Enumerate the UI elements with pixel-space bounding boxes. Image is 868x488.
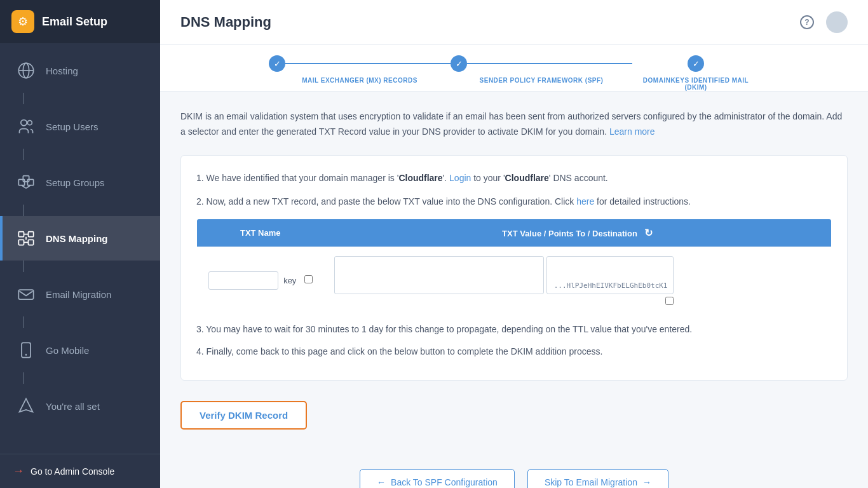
skip-to-email-migration-button[interactable]: Skip To Email Migration → [527,469,668,488]
description-text: DKIM is an email validation system that … [180,109,848,140]
header-actions: ? [797,11,848,33]
help-button[interactable]: ? [797,12,817,32]
svg-rect-11 [29,232,34,237]
dns-table: TXT Name TXT Value / Points To / Destina… [196,219,832,315]
sidebar-item-setup-groups[interactable]: Setup Groups [0,160,160,205]
sidebar-item-label-setup-groups: Setup Groups [46,177,105,188]
setup-groups-icon [15,172,37,193]
sidebar-item-label-youre-all-set: You're all set [46,401,100,412]
sidebar-item-label-email-migration: Email Migration [46,289,111,300]
back-arrow-icon: ← [377,477,386,487]
svg-rect-13 [29,240,34,245]
table-row: key ...HlPJeHhEIVKFbELGhEb0tcK1 [197,247,832,315]
email-migration-icon [15,283,37,305]
sidebar-item-label-hosting: Hosting [46,65,78,76]
step-dkim: ✓ DOMAINKEYS IDENTIFIED MAIL (DKIM) [632,55,759,91]
step-note-3: 3. You may have to wait for 30 minutes t… [196,322,832,336]
txt-name-input[interactable] [208,271,278,290]
here-link[interactable]: here [576,196,594,207]
step-dot-mx: ✓ [269,55,285,72]
back-to-spf-button[interactable]: ← Back To SPF Configuration [360,469,515,488]
admin-console-link[interactable]: → Go to Admin Console [0,454,160,488]
step-connector-mx-spf [285,63,451,64]
sidebar-item-label-setup-users: Setup Users [46,121,98,132]
dns-mapping-icon [15,227,37,249]
txt-value-cell: ...HlPJeHhEIVKFbELGhEb0tcK1 [324,247,832,315]
login-link[interactable]: Login [449,173,471,183]
info-step-1: 1. We have identified that your domain m… [196,171,832,186]
app-icon: ⚙ [11,10,34,33]
txt-value-content: ...HlPJeHhEIVKFbELGhEb0tcK1 [334,256,822,305]
step-note-4: 4. Finally, come back to this page and c… [196,344,832,358]
sidebar-item-setup-users[interactable]: Setup Users [0,104,160,149]
go-mobile-icon [15,339,37,361]
sidebar: ⚙ Email Setup Hosting [0,0,160,488]
step-label-mx: MAIL EXCHANGER (MX) RECORDS [302,77,417,84]
step-label-dkim: DOMAINKEYS IDENTIFIED MAIL (DKIM) [632,77,759,91]
sidebar-item-hosting[interactable]: Hosting [0,48,160,93]
main-header: DNS Mapping ? [160,0,868,45]
sidebar-item-go-mobile[interactable]: Go Mobile [0,328,160,372]
sidebar-item-label-go-mobile: Go Mobile [46,345,89,356]
step-label-spf: SENDER POLICY FRAMEWORK (SPF) [480,77,604,84]
step-mx: ✓ MAIL EXCHANGER (MX) RECORDS [269,55,451,84]
step-connector-spf-dkim [467,63,632,64]
forward-arrow-icon: → [642,477,651,487]
learn-more-link[interactable]: Learn more [609,126,655,137]
col-txt-name: TXT Name [197,219,324,247]
sidebar-item-email-migration[interactable]: Email Migration [0,272,160,316]
refresh-icon[interactable]: ↻ [644,227,653,238]
txt-value-input[interactable] [334,256,544,294]
svg-rect-10 [18,232,24,237]
txt-name-copy-checkbox[interactable] [304,275,313,283]
page-title: DNS Mapping [180,14,271,30]
content-area: DKIM is an email validation system that … [160,92,868,458]
sidebar-item-dns-mapping[interactable]: DNS Mapping [0,216,160,261]
admin-console-icon: → [13,464,24,478]
step-spf: ✓ SENDER POLICY FRAMEWORK (SPF) [451,55,632,84]
youre-all-set-icon [15,395,37,417]
hosting-icon [15,60,37,81]
admin-console-label: Go to Admin Console [31,466,114,477]
svg-point-4 [27,121,32,125]
sidebar-header: ⚙ Email Setup [0,0,160,43]
app-title: Email Setup [42,15,107,29]
sidebar-item-label-dns-mapping: DNS Mapping [46,233,108,244]
txt-value-copy-checkbox[interactable] [665,297,674,305]
step-dot-dkim: ✓ [688,55,704,72]
back-to-spf-label: Back To SPF Configuration [391,477,498,487]
svg-rect-17 [18,290,33,299]
svg-marker-20 [20,398,33,412]
steps-progress: ✓ MAIL EXCHANGER (MX) RECORDS ✓ SENDER P… [160,45,868,92]
main-content: DNS Mapping ? ✓ MAIL EXCHANGER (MX) RECO… [160,0,868,488]
footer-nav: ← Back To SPF Configuration Skip To Emai… [160,458,868,488]
verify-dkim-button[interactable]: Verify DKIM Record [180,401,307,430]
svg-rect-6 [27,179,33,185]
txt-value-extra: ...HlPJeHhEIVKFbELGhEb0tcK1 [546,256,674,294]
help-icon: ? [800,15,814,29]
svg-rect-7 [23,176,29,182]
svg-rect-5 [18,179,24,185]
svg-point-3 [21,120,27,126]
sidebar-item-youre-all-set[interactable]: You're all set [0,384,160,428]
user-avatar [826,11,848,33]
step-dot-spf: ✓ [451,55,467,72]
info-box: 1. We have identified that your domain m… [180,155,848,381]
sidebar-nav: Hosting Setup Users [0,43,160,454]
col-txt-value: TXT Value / Points To / Destination ↻ [324,219,832,247]
setup-users-icon [15,116,37,137]
txt-name-cell: key [197,247,324,315]
skip-to-email-migration-label: Skip To Email Migration [545,477,637,487]
svg-rect-12 [18,240,24,245]
key-suffix-label: key [283,276,296,285]
info-step-2: 2. Now, add a new TXT record, and paste … [196,194,832,210]
